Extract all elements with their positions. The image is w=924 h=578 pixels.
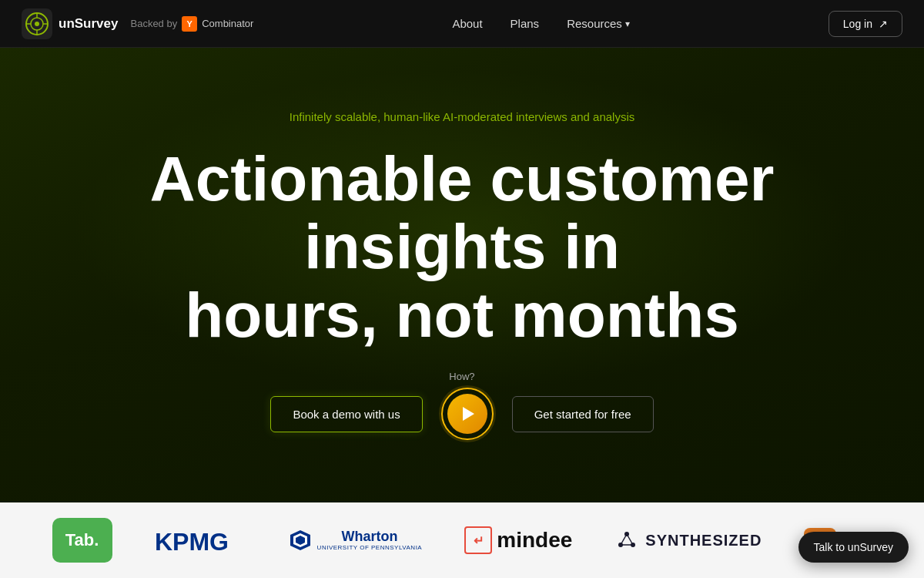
nav-plans[interactable]: Plans: [511, 17, 540, 30]
play-button[interactable]: [447, 394, 487, 434]
login-label: Log in: [843, 18, 872, 30]
backed-by: Backed by Y Combinator: [130, 16, 253, 32]
hero-title-line1: Actionable customer insights in: [149, 143, 774, 282]
logos-bar: Tab. KPMG Wharton University of Pennsylv…: [0, 502, 924, 578]
svg-line-14: [621, 534, 627, 545]
nav-left: unSurvey Backed by Y Combinator: [22, 8, 253, 39]
play-triangle-icon: [463, 407, 474, 421]
login-arrow-icon: ↗: [879, 18, 888, 30]
how-label: How?: [449, 371, 474, 382]
nav-right: Log in ↗: [829, 11, 902, 37]
logo-mindee: ↵ mindee: [464, 517, 572, 563]
nav-about[interactable]: About: [452, 17, 482, 30]
logo-wrap: unSurvey: [22, 8, 118, 39]
synthesized-icon: [614, 528, 639, 553]
hero-subtitle: Infinitely scalable, human-like AI-moder…: [290, 110, 635, 123]
wharton-sublabel: University of Pennsylvania: [317, 545, 423, 552]
logo-tab: Tab.: [52, 517, 112, 563]
play-button-ring: [441, 388, 494, 440]
hero-actions: How? Book a demo with us Get started for…: [270, 388, 653, 440]
logo-icon: [22, 8, 52, 39]
kpmg-logo: KPMG: [155, 521, 247, 560]
nav-resources-label: Resources: [567, 17, 622, 30]
mindee-label: mindee: [497, 528, 572, 553]
logo-synthesized: SYNTHESIZED: [614, 517, 762, 563]
mindee-box-icon: ↵: [464, 526, 492, 554]
book-demo-button[interactable]: Book a demo with us: [270, 396, 422, 432]
svg-line-15: [627, 534, 633, 545]
chevron-down-icon: ▾: [625, 18, 630, 29]
yc-badge: Y: [182, 16, 197, 32]
chat-bubble[interactable]: Talk to unSurvey: [798, 532, 909, 563]
svg-text:KPMG: KPMG: [155, 528, 229, 556]
hero-section: Infinitely scalable, human-like AI-moder…: [0, 48, 924, 502]
chat-bubble-label: Talk to unSurvey: [814, 541, 894, 553]
hero-buttons: How? Book a demo with us Get started for…: [270, 388, 653, 440]
logo-text: unSurvey: [59, 16, 118, 32]
login-button[interactable]: Log in ↗: [829, 11, 902, 37]
synthesized-logo: SYNTHESIZED: [614, 528, 762, 553]
get-started-button[interactable]: Get started for free: [512, 396, 654, 432]
wharton-label: Wharton: [341, 529, 397, 545]
svg-point-2: [35, 22, 39, 26]
tab-logo: Tab.: [52, 518, 112, 563]
hero-title-line2: hours, not months: [185, 280, 739, 350]
play-button-wrap: [441, 388, 494, 440]
nav-resources[interactable]: Resources ▾: [567, 17, 630, 30]
synthesized-label: SYNTHESIZED: [645, 532, 762, 549]
nav-center: About Plans Resources ▾: [452, 17, 629, 30]
logo-wharton: Wharton University of Pennsylvania: [290, 517, 423, 563]
navigation: unSurvey Backed by Y Combinator About Pl…: [0, 0, 924, 48]
hero-title: Actionable customer insights in hours, n…: [38, 145, 886, 350]
wharton-logo: Wharton University of Pennsylvania: [290, 529, 423, 552]
backed-by-label: Backed by: [130, 18, 177, 29]
mindee-logo: ↵ mindee: [464, 526, 572, 554]
combinator-label: Combinator: [202, 18, 253, 29]
logo-kpmg: KPMG: [155, 517, 247, 563]
